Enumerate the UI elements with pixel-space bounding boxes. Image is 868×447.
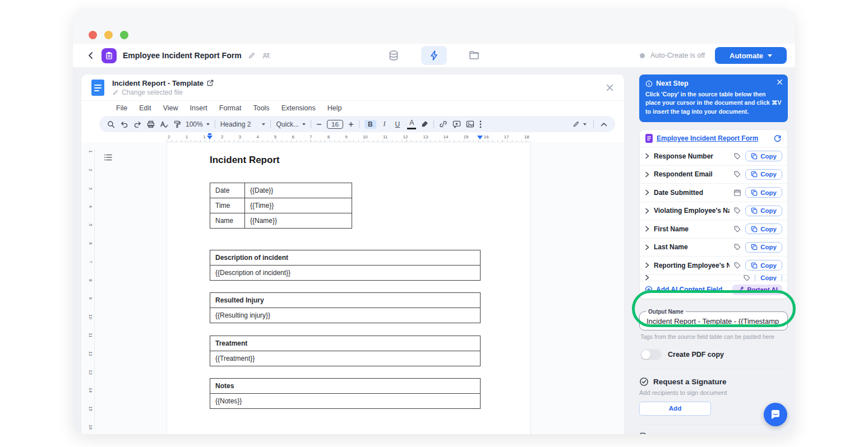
italic-button[interactable]: I (381, 119, 388, 129)
close-preview-icon[interactable] (606, 83, 614, 92)
automation-tab[interactable] (421, 46, 447, 65)
output-name-input[interactable] (642, 317, 785, 325)
source-data-tab[interactable] (381, 46, 407, 65)
font-family-select[interactable]: Quick... (276, 120, 306, 128)
copy-button[interactable]: Copy (755, 274, 782, 281)
chevron-right-icon (645, 274, 650, 281)
form-file-icon (645, 134, 653, 143)
copy-button[interactable]: Copy (745, 151, 782, 161)
text-color-button[interactable]: A (407, 119, 416, 129)
portant-ai-button[interactable]: Portant AI (732, 285, 782, 295)
chevron-right-icon[interactable] (645, 208, 650, 214)
document-outline-icon[interactable] (104, 153, 113, 164)
source-form-link[interactable]: Employee Incident Report Form (657, 134, 758, 142)
increase-font-icon[interactable] (348, 122, 354, 127)
chevron-right-icon[interactable] (645, 226, 650, 232)
output-name-fieldset: Output Name (639, 309, 788, 330)
undo-icon[interactable] (120, 120, 128, 128)
create-pdf-toggle[interactable] (640, 349, 662, 360)
change-selected-file-link[interactable]: Change selected file (122, 89, 183, 96)
menu-help[interactable]: Help (327, 104, 342, 112)
vertical-ruler[interactable]: 12 34 56 78 910 1112 1314 1516 (87, 149, 95, 430)
google-doc-icon (91, 80, 104, 96)
document-page[interactable]: Incident Report Date {{Date}} Time {{Tim… (167, 142, 531, 434)
chevron-right-icon[interactable] (645, 153, 650, 159)
field-row-first-name[interactable]: First Name Copy (640, 220, 787, 238)
menu-edit[interactable]: Edit (139, 104, 151, 112)
horizontal-ruler[interactable]: 21 12 34 56 78 910 1112 1314 1516 1718 (167, 135, 531, 142)
doc-heading: Incident Report (210, 155, 280, 166)
minimize-window-button[interactable] (104, 31, 113, 39)
table-row: Treatment (210, 336, 481, 351)
insert-link-icon[interactable] (439, 120, 447, 128)
close-window-button[interactable] (89, 31, 97, 39)
menu-file[interactable]: File (116, 104, 127, 112)
copy-button[interactable]: Copy (745, 224, 782, 234)
print-icon[interactable] (147, 120, 155, 128)
chevron-right-icon[interactable] (645, 171, 650, 178)
tag-icon (743, 274, 751, 281)
field-row-response-number[interactable]: Response Number Copy (640, 147, 787, 165)
support-chat-button[interactable] (764, 403, 787, 426)
highlight-pen-icon[interactable] (421, 120, 428, 128)
copy-button[interactable]: Copy (745, 242, 782, 253)
automate-button[interactable]: Automate (715, 47, 787, 64)
back-button[interactable] (86, 51, 95, 60)
bold-button[interactable]: B (364, 120, 376, 129)
field-row-date-submitted[interactable]: Date Submitted Copy (640, 183, 787, 202)
table-row: Time {{Time}} (210, 198, 352, 213)
copy-button[interactable]: Copy (745, 169, 782, 180)
zoom-select[interactable]: 100% (186, 120, 210, 128)
field-row-violating-employee[interactable]: Violating Employee's Na... Copy (640, 202, 787, 220)
first-line-indent-marker[interactable] (208, 133, 211, 135)
spellcheck-icon[interactable] (160, 120, 168, 128)
collapse-toolbar-icon[interactable] (601, 122, 607, 127)
paint-format-icon[interactable] (173, 120, 181, 128)
chevron-right-icon[interactable] (645, 244, 650, 250)
copy-button[interactable]: Copy (745, 187, 782, 198)
menu-tools[interactable]: Tools (253, 104, 269, 112)
chevron-right-icon[interactable] (645, 189, 650, 195)
insert-image-icon[interactable] (466, 120, 474, 128)
field-row-respondent-email[interactable]: Respondent Email Copy (640, 165, 787, 184)
menu-insert[interactable]: Insert (190, 104, 207, 112)
redo-icon[interactable] (133, 120, 142, 128)
right-indent-marker[interactable] (477, 136, 483, 139)
output-name-label: Output Name (646, 309, 686, 315)
add-comment-icon[interactable] (453, 120, 461, 128)
field-row-last-name[interactable]: Last Name Copy (640, 238, 787, 257)
close-icon[interactable] (777, 79, 783, 85)
menu-extensions[interactable]: Extensions (281, 104, 316, 112)
menu-view[interactable]: View (163, 104, 178, 112)
open-external-icon[interactable] (207, 80, 214, 86)
add-recipient-button[interactable]: Add (639, 402, 711, 416)
automation-sidebar: Next Step Click 'Copy' in the source tab… (639, 74, 788, 434)
copy-button[interactable]: Copy (745, 260, 782, 271)
menu-format[interactable]: Format (219, 104, 242, 112)
rename-pencil-icon[interactable] (248, 52, 256, 59)
search-icon[interactable] (107, 120, 115, 128)
chevron-right-icon[interactable] (645, 262, 650, 268)
table-row: {{Resulting injury}} (210, 308, 481, 323)
decrease-font-icon[interactable] (316, 122, 322, 127)
refresh-icon[interactable] (773, 134, 782, 143)
field-row-clipped[interactable]: Copy (640, 274, 787, 281)
maximize-window-button[interactable] (120, 31, 128, 39)
toolbar-overflow-icon[interactable] (479, 120, 482, 128)
copy-button[interactable]: Copy (745, 206, 782, 216)
add-another-document-section[interactable]: Add another document Create multiple doc… (639, 432, 788, 434)
table-row: Description of incident (210, 250, 481, 266)
table-row: Name {{Name}} (210, 213, 352, 229)
underline-button[interactable]: U (393, 120, 403, 129)
table-row: Date {{Date}} (210, 183, 352, 198)
field-row-reporting-employee[interactable]: Reporting Employee's Na... Copy (640, 256, 787, 274)
paragraph-style-select[interactable]: Heading 2 (220, 120, 266, 128)
font-size-input[interactable]: 16 (327, 120, 343, 129)
left-indent-marker[interactable] (207, 136, 213, 139)
add-ai-content-field-button[interactable]: Add AI Content Field (645, 286, 722, 294)
share-team-icon[interactable] (262, 52, 271, 59)
create-pdf-row: Create PDF copy (639, 349, 788, 360)
calendar-icon (733, 189, 741, 197)
editing-mode-select[interactable] (572, 120, 587, 128)
documents-tab[interactable] (461, 46, 487, 65)
